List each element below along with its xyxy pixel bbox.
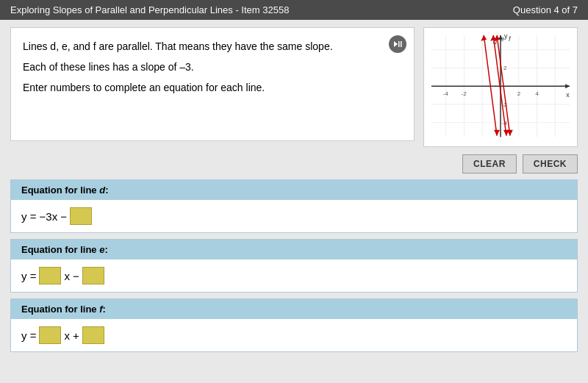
svg-text:2: 2 [517, 90, 520, 97]
svg-text:e: e [501, 35, 504, 43]
svg-text:y: y [504, 32, 508, 40]
equation-f-label: Equation for line f: [21, 304, 106, 315]
clear-button[interactable]: CLEAR [462, 154, 517, 173]
equation-f-input1[interactable] [39, 326, 61, 344]
equation-d-body: y = −3x − [11, 200, 577, 232]
equation-e-text-mid: x − [64, 270, 79, 282]
page-header: Exploring Slopes of Parallel and Perpend… [0, 0, 588, 20]
question-counter: Question 4 of 7 [513, 4, 578, 15]
equation-f-section: Equation for line f: y = x + [10, 298, 578, 352]
equation-e-input2[interactable] [82, 267, 104, 284]
svg-text:2: 2 [503, 65, 506, 71]
equation-e-header: Equation for line e: [11, 240, 577, 259]
coordinate-graph: x y -4 -2 2 4 2 -2 -4 d e f [424, 28, 577, 144]
main-content: Lines d, e, and f are parallel. That mea… [0, 20, 588, 359]
check-button[interactable]: CHECK [523, 154, 578, 173]
equation-f-input2[interactable] [82, 326, 104, 344]
instruction-line2: Each of these lines has a slope of –3. [23, 59, 402, 76]
svg-rect-1 [398, 41, 400, 47]
svg-text:4: 4 [536, 90, 539, 97]
svg-text:-2: -2 [462, 90, 467, 97]
audio-button[interactable] [389, 35, 406, 53]
equation-e-label: Equation for line e: [21, 244, 108, 255]
graph-area: x y -4 -2 2 4 2 -2 -4 d e f [423, 27, 578, 147]
equation-e-section: Equation for line e: y = x − [10, 239, 578, 293]
action-buttons-row: CLEAR CHECK [10, 154, 578, 173]
equation-e-body: y = x − [11, 259, 577, 292]
equation-e-text-prefix: y = [21, 270, 36, 282]
top-section: Lines d, e, and f are parallel. That mea… [10, 27, 578, 147]
equation-d-text: y = −3x − [21, 210, 67, 223]
equation-d-label: Equation for line d: [21, 185, 108, 196]
equation-d-input1[interactable] [70, 207, 92, 225]
svg-text:-4: -4 [443, 90, 449, 97]
svg-rect-2 [401, 41, 402, 47]
page-title: Exploring Slopes of Parallel and Perpend… [10, 4, 289, 15]
equation-e-input1[interactable] [39, 267, 61, 284]
instruction-line3: Enter numbers to complete an equation fo… [23, 79, 402, 97]
equation-f-text-prefix: y = [21, 329, 36, 342]
equation-f-header: Equation for line f: [11, 299, 577, 319]
equation-f-text-mid: x + [64, 329, 79, 342]
equation-f-body: y = x + [11, 319, 577, 351]
svg-text:x: x [566, 91, 570, 99]
svg-marker-0 [394, 41, 398, 47]
instruction-text-box: Lines d, e, and f are parallel. That mea… [10, 27, 415, 141]
equation-d-section: Equation for line d: y = −3x − [10, 179, 578, 233]
instruction-line1: Lines d, e, and f are parallel. That mea… [23, 38, 402, 56]
equation-d-header: Equation for line d: [11, 180, 577, 200]
